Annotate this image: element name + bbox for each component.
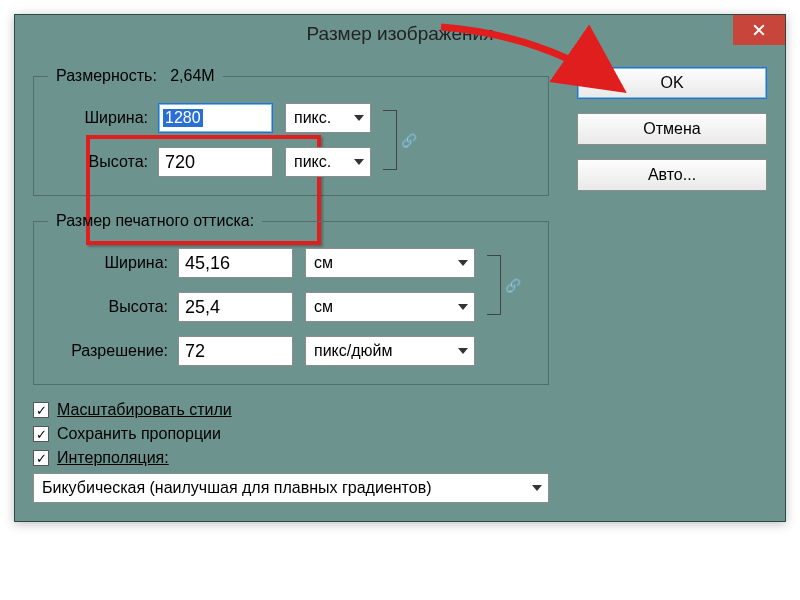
resolution-unit-value: пикс/дюйм — [314, 342, 393, 360]
chevron-down-icon — [532, 485, 542, 491]
doc-height-label: Высота: — [48, 298, 178, 316]
resolution-label: Разрешение: — [48, 342, 178, 360]
height-label: Высота: — [48, 153, 158, 171]
chain-icon: 🔗 — [505, 278, 521, 293]
chain-icon: 🔗 — [401, 133, 417, 148]
cancel-label: Отмена — [643, 120, 700, 138]
width-label: Ширина: — [48, 109, 158, 127]
scale-styles-checkbox[interactable]: ✓ Масштабировать стили — [33, 401, 549, 419]
close-button[interactable] — [733, 15, 785, 45]
height-unit-select[interactable]: пикс. — [285, 147, 371, 177]
constrain-proportions-checkbox[interactable]: ✓ Сохранить пропорции — [33, 425, 549, 443]
close-icon — [753, 19, 765, 41]
chevron-down-icon — [458, 304, 468, 310]
resample-method-value: Бикубическая (наилучшая для плавных град… — [42, 479, 431, 497]
doc-width-unit-select[interactable]: см — [305, 248, 475, 278]
height-input[interactable] — [158, 147, 273, 177]
legend-label: Размерность: — [56, 67, 157, 84]
link-dimensions-icon: 🔗 — [379, 104, 403, 176]
checkbox-checked-icon: ✓ — [33, 426, 49, 442]
doc-height-unit-select[interactable]: см — [305, 292, 475, 322]
doc-height-input[interactable] — [178, 292, 293, 322]
doc-height-unit-value: см — [314, 298, 333, 316]
doc-width-unit-value: см — [314, 254, 333, 272]
chevron-down-icon — [458, 260, 468, 266]
ok-button[interactable]: OK — [577, 67, 767, 99]
auto-button[interactable]: Авто... — [577, 159, 767, 191]
window-title: Размер изображения — [307, 23, 494, 45]
width-unit-select[interactable]: пикс. — [285, 103, 371, 133]
image-size-dialog: Размер изображения Размерность: 2,64M Ши… — [14, 14, 786, 522]
resolution-input[interactable] — [178, 336, 293, 366]
scale-styles-label: Масштабировать стили — [57, 401, 232, 419]
resample-method-select[interactable]: Бикубическая (наилучшая для плавных град… — [33, 473, 549, 503]
width-unit-value: пикс. — [294, 109, 331, 127]
ok-label: OK — [660, 74, 683, 92]
constrain-label: Сохранить пропорции — [57, 425, 221, 443]
doc-width-label: Ширина: — [48, 254, 178, 272]
resolution-unit-select[interactable]: пикс/дюйм — [305, 336, 475, 366]
file-size: 2,64M — [170, 67, 214, 84]
doc-width-input[interactable] — [178, 248, 293, 278]
titlebar: Размер изображения — [15, 15, 785, 53]
checkbox-checked-icon: ✓ — [33, 450, 49, 466]
cancel-button[interactable]: Отмена — [577, 113, 767, 145]
resample-label: Интерполяция: — [57, 449, 169, 467]
main-column: Размерность: 2,64M Ширина: 1280 — [33, 67, 549, 503]
width-value: 1280 — [163, 109, 203, 127]
pixel-dimensions-legend: Размерность: 2,64M — [48, 67, 223, 85]
document-size-legend: Размер печатного оттиска: — [48, 212, 262, 230]
checkbox-checked-icon: ✓ — [33, 402, 49, 418]
chevron-down-icon — [354, 159, 364, 165]
side-column: OK Отмена Авто... — [577, 67, 767, 503]
link-docsize-icon: 🔗 — [483, 249, 507, 321]
resample-checkbox[interactable]: ✓ Интерполяция: — [33, 449, 549, 467]
height-unit-value: пикс. — [294, 153, 331, 171]
chevron-down-icon — [458, 348, 468, 354]
pixel-dimensions-group: Размерность: 2,64M Ширина: 1280 — [33, 67, 549, 196]
auto-label: Авто... — [648, 166, 696, 184]
chevron-down-icon — [354, 115, 364, 121]
dialog-body: Размерность: 2,64M Ширина: 1280 — [15, 53, 785, 521]
document-size-group: Размер печатного оттиска: Ширина: см — [33, 212, 549, 385]
width-input[interactable]: 1280 — [158, 103, 273, 133]
